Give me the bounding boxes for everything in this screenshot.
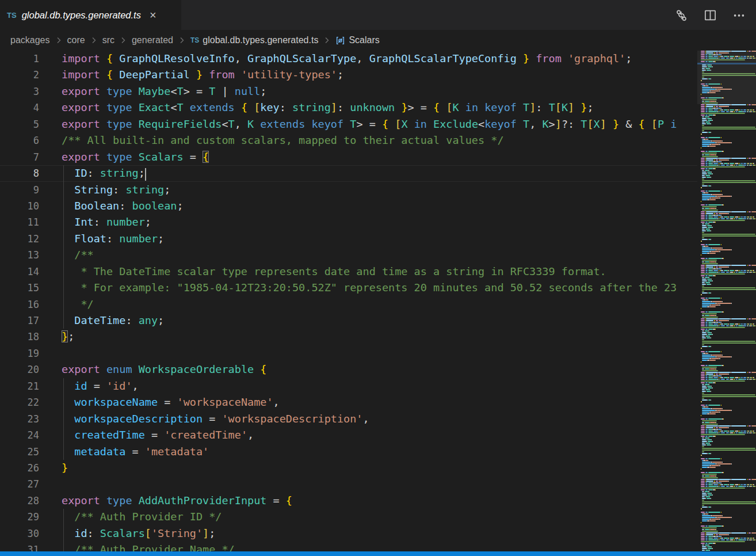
code-line-27[interactable]: 27 bbox=[0, 476, 697, 492]
minimap-slider[interactable] bbox=[697, 51, 756, 104]
code-text[interactable]: /** Auth Provider Name */ bbox=[62, 542, 697, 551]
line-number[interactable]: 7 bbox=[0, 149, 39, 165]
line-number[interactable]: 6 bbox=[0, 132, 39, 148]
code-line-26[interactable]: 26} bbox=[0, 460, 697, 476]
code-line-2[interactable]: 2import { DeepPartial } from 'utility-ty… bbox=[0, 67, 697, 83]
line-number[interactable]: 19 bbox=[0, 345, 39, 361]
code-line-15[interactable]: 15 * For example: "1985-04-12T23:20:50.5… bbox=[0, 280, 697, 296]
line-number[interactable]: 3 bbox=[0, 83, 39, 100]
code-line-6[interactable]: 6/** All built-in and custom scalars, ma… bbox=[0, 132, 697, 148]
code-line-17[interactable]: 17 DateTime: any; bbox=[0, 313, 697, 329]
code-line-13[interactable]: 13 /** bbox=[0, 247, 697, 263]
code-text[interactable]: String: string; bbox=[62, 182, 697, 198]
breadcrumb-item-scalars[interactable]: Scalars bbox=[335, 35, 379, 45]
line-number[interactable]: 21 bbox=[0, 378, 39, 394]
line-number[interactable]: 12 bbox=[0, 231, 39, 247]
code-text[interactable]: DateTime: any; bbox=[62, 313, 697, 329]
code-text[interactable]: import { GraphQLResolveInfo, GraphQLScal… bbox=[62, 51, 697, 67]
code-text[interactable] bbox=[62, 345, 697, 361]
code-text[interactable]: export type Scalars = { bbox=[62, 149, 697, 165]
line-number[interactable]: 9 bbox=[0, 182, 39, 198]
breadcrumb-item-packages[interactable]: packages bbox=[10, 35, 50, 45]
code-line-12[interactable]: 12 Float: number; bbox=[0, 231, 697, 247]
code-text[interactable]: export type AddAuthProviderInput = { bbox=[62, 493, 697, 509]
line-number[interactable]: 1 bbox=[0, 51, 39, 67]
line-number[interactable]: 22 bbox=[0, 394, 39, 410]
line-number[interactable]: 27 bbox=[0, 476, 39, 492]
line-number[interactable]: 14 bbox=[0, 264, 39, 280]
code-line-20[interactable]: 20export enum WorkspaceOrderable { bbox=[0, 361, 697, 378]
code-text[interactable]: }; bbox=[62, 329, 697, 345]
open-changes-icon[interactable] bbox=[674, 8, 688, 22]
code-text[interactable]: } bbox=[62, 460, 697, 476]
code-text[interactable]: id = 'id', bbox=[62, 378, 697, 394]
code-line-5[interactable]: 5export type RequireFields<T, K extends … bbox=[0, 116, 697, 132]
code-text[interactable]: export type RequireFields<T, K extends k… bbox=[62, 116, 697, 132]
line-number[interactable]: 10 bbox=[0, 198, 39, 214]
line-number[interactable]: 30 bbox=[0, 525, 39, 542]
breadcrumb-item-core[interactable]: core bbox=[67, 35, 85, 45]
code-line-29[interactable]: 29 /** Auth Provider ID */ bbox=[0, 509, 697, 525]
line-number[interactable]: 23 bbox=[0, 411, 39, 427]
line-number[interactable]: 4 bbox=[0, 100, 39, 116]
code-text[interactable]: /** All built-in and custom scalars, map… bbox=[62, 132, 697, 148]
code-line-9[interactable]: 9 String: string; bbox=[0, 182, 697, 198]
code-text[interactable]: workspaceDescription = 'workspaceDescrip… bbox=[62, 411, 697, 427]
tab-global-db-types-generated[interactable]: TS global.db.types.generated.ts × bbox=[0, 0, 181, 30]
code-line-31[interactable]: 31 /** Auth Provider Name */ bbox=[0, 542, 697, 551]
code-text[interactable]: workspaceName = 'workspaceName', bbox=[62, 394, 697, 410]
code-text[interactable]: import { DeepPartial } from 'utility-typ… bbox=[62, 67, 697, 83]
line-number[interactable]: 20 bbox=[0, 361, 39, 378]
code-line-1[interactable]: 1import { GraphQLResolveInfo, GraphQLSca… bbox=[0, 51, 697, 67]
code-text[interactable]: id: Scalars['String']; bbox=[62, 525, 697, 542]
breadcrumb-item-generated[interactable]: generated bbox=[132, 35, 173, 45]
line-number[interactable]: 2 bbox=[0, 67, 39, 83]
line-number[interactable]: 8 bbox=[0, 165, 39, 181]
breadcrumb-item-global-db-types-generated-ts[interactable]: TSglobal.db.types.generated.ts bbox=[190, 35, 318, 45]
line-number[interactable]: 29 bbox=[0, 509, 39, 525]
line-number[interactable]: 16 bbox=[0, 296, 39, 313]
code-line-21[interactable]: 21 id = 'id', bbox=[0, 378, 697, 394]
line-number[interactable]: 17 bbox=[0, 313, 39, 329]
breadcrumb-item-src[interactable]: src bbox=[102, 35, 114, 45]
split-editor-icon[interactable] bbox=[703, 8, 717, 22]
code-text[interactable]: Int: number; bbox=[62, 214, 697, 230]
code-line-16[interactable]: 16 */ bbox=[0, 296, 697, 313]
code-text[interactable]: * For example: "1985-04-12T23:20:50.52Z"… bbox=[62, 280, 697, 296]
code-text[interactable]: /** bbox=[62, 247, 697, 263]
line-number[interactable]: 5 bbox=[0, 116, 39, 132]
code-text[interactable]: export type Exact<T extends { [key: stri… bbox=[62, 100, 697, 116]
line-number[interactable]: 31 bbox=[0, 542, 39, 551]
code-line-23[interactable]: 23 workspaceDescription = 'workspaceDesc… bbox=[0, 411, 697, 427]
code-line-3[interactable]: 3export type Maybe<T> = T | null; bbox=[0, 83, 697, 100]
line-number[interactable]: 13 bbox=[0, 247, 39, 263]
line-number[interactable]: 24 bbox=[0, 427, 39, 443]
code-text[interactable]: /** Auth Provider ID */ bbox=[62, 509, 697, 525]
line-number[interactable]: 28 bbox=[0, 493, 39, 509]
line-number[interactable]: 15 bbox=[0, 280, 39, 296]
code-text[interactable]: Float: number; bbox=[62, 231, 697, 247]
code-text[interactable]: */ bbox=[62, 296, 697, 313]
code-text[interactable]: export type Maybe<T> = T | null; bbox=[62, 83, 697, 100]
code-line-14[interactable]: 14 * The DateTime scalar type represents… bbox=[0, 264, 697, 280]
close-icon[interactable]: × bbox=[150, 9, 156, 21]
code-text[interactable] bbox=[62, 476, 697, 492]
minimap[interactable] bbox=[697, 51, 756, 551]
code-line-18[interactable]: 18}; bbox=[0, 329, 697, 345]
code-editor[interactable]: 1import { GraphQLResolveInfo, GraphQLSca… bbox=[0, 51, 697, 551]
code-text[interactable]: export enum WorkspaceOrderable { bbox=[62, 361, 697, 378]
code-text[interactable]: * The DateTime scalar type represents da… bbox=[62, 264, 697, 280]
code-line-24[interactable]: 24 createdTime = 'createdTime', bbox=[0, 427, 697, 443]
code-line-19[interactable]: 19 bbox=[0, 345, 697, 361]
code-line-10[interactable]: 10 Boolean: boolean; bbox=[0, 198, 697, 214]
code-text[interactable]: Boolean: boolean; bbox=[62, 198, 697, 214]
code-text[interactable]: ID: string; bbox=[62, 165, 697, 181]
code-line-8[interactable]: 8 ID: string; bbox=[0, 165, 697, 181]
line-number[interactable]: 26 bbox=[0, 460, 39, 476]
more-actions-icon[interactable] bbox=[732, 8, 746, 22]
code-line-11[interactable]: 11 Int: number; bbox=[0, 214, 697, 230]
code-text[interactable]: createdTime = 'createdTime', bbox=[62, 427, 697, 443]
code-line-7[interactable]: 7export type Scalars = { bbox=[0, 149, 697, 165]
code-line-22[interactable]: 22 workspaceName = 'workspaceName', bbox=[0, 394, 697, 410]
line-number[interactable]: 18 bbox=[0, 329, 39, 345]
